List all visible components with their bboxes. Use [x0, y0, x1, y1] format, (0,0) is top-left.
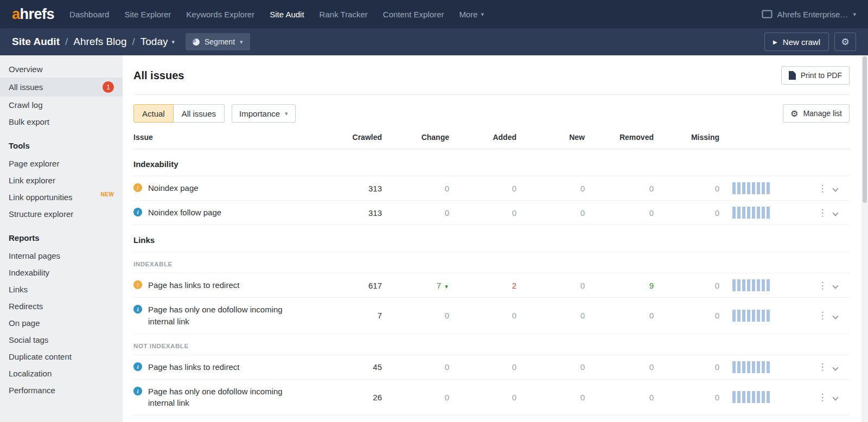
sidebar-item-on-page[interactable]: On page [0, 315, 123, 331]
topnav-item-rank-tracker[interactable]: Rank Tracker [320, 10, 368, 19]
chevron-down-icon[interactable] [832, 210, 838, 216]
table-row: !Noindex page31300000⋮ [133, 176, 850, 201]
row-expand-cell [833, 392, 850, 402]
history-sparkline[interactable] [732, 391, 771, 403]
kebab-menu-icon[interactable]: ⋮ [818, 183, 827, 194]
settings-button[interactable]: ⚙ [834, 33, 856, 51]
issue-name[interactable]: Page has links to redirect [148, 361, 239, 373]
topnav-item-site-explorer[interactable]: Site Explorer [124, 10, 171, 19]
history-sparkline[interactable] [732, 182, 771, 194]
history-sparkline[interactable] [732, 207, 771, 219]
topnav-item-dashboard[interactable]: Dashboard [69, 10, 109, 19]
chevron-down-icon[interactable] [832, 365, 838, 370]
cell-change: 0 [384, 184, 451, 193]
issue-name[interactable]: Page has links to redirect [148, 279, 239, 291]
top-navigation: ahrefs DashboardSite ExplorerKeywords Ex… [0, 0, 868, 28]
column-header-change[interactable]: Change [384, 133, 451, 142]
cell-change: 0 [384, 393, 451, 402]
sidebar-item-redirects[interactable]: Redirects [0, 298, 123, 315]
sidebar-item-performance[interactable]: Performance [0, 382, 123, 399]
filter-toggle-all-issues[interactable]: All issues [174, 104, 225, 123]
manage-list-button[interactable]: ⚙ Manage list [783, 104, 850, 123]
new-crawl-button[interactable]: ▶ New crawl [764, 33, 829, 51]
segment-button[interactable]: Segment ▾ [186, 33, 250, 50]
cell-crawled: 7 [335, 311, 384, 320]
table-header-row: IssueCrawledChangeAddedNewRemovedMissing [133, 133, 850, 149]
sidebar-item-crawl-log[interactable]: Crawl log [0, 97, 123, 113]
print-to-pdf-button[interactable]: Print to PDF [781, 66, 850, 85]
sidebar-item-label: Links [9, 285, 114, 294]
kebab-menu-icon[interactable]: ⋮ [818, 280, 827, 291]
new-crawl-label: New crawl [783, 37, 820, 47]
topnav-item-site-audit[interactable]: Site Audit [270, 10, 304, 19]
table-body: Indexability!Noindex page31300000⋮iNoind… [133, 149, 850, 415]
history-sparkline[interactable] [732, 361, 771, 373]
issue-cell: iPage has only one dofollow incoming int… [133, 304, 335, 328]
sidebar-item-link-explorer[interactable]: Link explorer [0, 172, 123, 189]
sidebar-item-structure-explorer[interactable]: Structure explorer [0, 206, 123, 222]
column-header-removed[interactable]: Removed [587, 133, 656, 142]
spark-cell [722, 391, 812, 403]
warning-icon: ! [133, 280, 142, 289]
sidebar-item-label: All issues [9, 82, 103, 92]
sidebar-item-duplicate-content[interactable]: Duplicate content [0, 348, 123, 365]
sidebar-item-internal-pages[interactable]: Internal pages [0, 247, 123, 264]
cell-value: 313 [368, 208, 382, 218]
column-header-new[interactable]: New [519, 133, 587, 142]
history-sparkline[interactable] [732, 279, 771, 291]
row-expand-cell [833, 311, 850, 321]
account-area[interactable]: Ahrefs Enterprise… ▾ [762, 10, 856, 19]
breadcrumb-item-today[interactable]: Today▾ [141, 36, 175, 48]
column-header-missing[interactable]: Missing [656, 133, 722, 142]
chevron-down-icon[interactable] [832, 313, 838, 319]
new-tag: NEW [100, 191, 114, 197]
breadcrumb: Site Audit/Ahrefs Blog/Today▾ [12, 36, 175, 48]
issue-name[interactable]: Page has only one dofollow incoming inte… [148, 386, 311, 410]
pdf-document-icon [789, 71, 796, 80]
cell-missing: 0 [656, 362, 722, 372]
kebab-menu-icon[interactable]: ⋮ [818, 362, 827, 372]
cell-added: 0 [451, 362, 519, 372]
sidebar-item-localization[interactable]: Localization [0, 365, 123, 382]
importance-dropdown[interactable]: Importance ▾ [232, 104, 296, 123]
cell-missing: 0 [656, 311, 722, 320]
issue-name[interactable]: Noindex page [148, 182, 199, 194]
sidebar-item-all-issues[interactable]: All issues1 [0, 78, 123, 97]
chevron-down-icon[interactable] [832, 186, 838, 191]
sidebar-item-overview[interactable]: Overview [0, 61, 123, 78]
breadcrumb-item-ahrefs-blog[interactable]: Ahrefs Blog [73, 36, 126, 48]
kebab-menu-icon[interactable]: ⋮ [818, 392, 827, 402]
sidebar-item-label: Structure explorer [9, 209, 114, 219]
sidebar-item-page-explorer[interactable]: Page explorer [0, 155, 123, 172]
filter-toggle-actual[interactable]: Actual [133, 104, 174, 123]
topnav-item-content-explorer[interactable]: Content Explorer [383, 10, 444, 19]
issue-cell: iNoindex follow page [133, 207, 335, 219]
column-header-issue[interactable]: Issue [133, 133, 335, 142]
scrollbar-thumb[interactable] [863, 56, 867, 203]
manage-list-label: Manage list [803, 109, 842, 118]
cell-value: 0 [512, 393, 516, 402]
sidebar-item-bulk-export[interactable]: Bulk export [0, 113, 123, 130]
table-row: iPage has links to redirect4500000⋮ [133, 355, 850, 380]
gear-icon: ⚙ [841, 36, 849, 48]
column-header-added[interactable]: Added [451, 133, 519, 142]
topnav-item-label: Dashboard [69, 10, 109, 19]
issue-name[interactable]: Page has only one dofollow incoming inte… [148, 304, 311, 328]
chevron-down-icon[interactable] [832, 283, 838, 289]
kebab-menu-icon[interactable]: ⋮ [818, 208, 827, 218]
chevron-down-icon[interactable] [832, 395, 838, 401]
sidebar-item-link-opportunities[interactable]: Link opportunitiesNEW [0, 189, 123, 206]
ahrefs-logo[interactable]: ahrefs [12, 6, 54, 23]
topnav-item-keywords-explorer[interactable]: Keywords Explorer [186, 10, 254, 19]
sidebar-item-links[interactable]: Links [0, 281, 123, 298]
column-header-crawled[interactable]: Crawled [335, 133, 384, 142]
scrollbar-track[interactable] [861, 55, 868, 422]
kebab-menu-icon[interactable]: ⋮ [818, 310, 827, 321]
sidebar-item-indexability[interactable]: Indexability [0, 264, 123, 281]
topnav-item-more[interactable]: More▾ [459, 10, 484, 19]
cell-value: 0 [445, 311, 449, 320]
history-sparkline[interactable] [732, 310, 771, 322]
breadcrumb-item-site-audit[interactable]: Site Audit [12, 36, 60, 48]
issue-name[interactable]: Noindex follow page [148, 207, 221, 219]
sidebar-item-social-tags[interactable]: Social tags [0, 331, 123, 348]
